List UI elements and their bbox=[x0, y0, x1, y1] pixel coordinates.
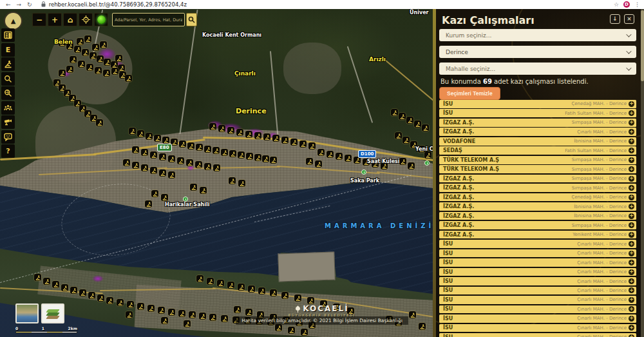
excavation-marker[interactable] bbox=[275, 324, 282, 331]
excavation-marker[interactable] bbox=[126, 311, 133, 318]
kurum-select[interactable]: Kurum seçiniz... bbox=[439, 29, 636, 41]
excavation-works-button[interactable] bbox=[1, 57, 15, 71]
excavation-marker[interactable] bbox=[209, 123, 216, 130]
excavation-marker[interactable] bbox=[161, 194, 168, 201]
excavation-marker[interactable] bbox=[77, 38, 84, 45]
excavation-marker[interactable] bbox=[213, 147, 220, 154]
zoom-out-button[interactable]: − bbox=[32, 13, 46, 26]
excavation-marker[interactable] bbox=[270, 314, 277, 321]
excavation-marker[interactable] bbox=[307, 297, 314, 304]
excavation-list-item[interactable]: İSU Çınarlı MAH. - Derince + bbox=[439, 333, 636, 337]
excavation-marker[interactable] bbox=[146, 133, 153, 140]
excavation-marker[interactable] bbox=[195, 161, 202, 168]
excavation-list-item[interactable]: İSU Çınarlı MAH. - Derince + bbox=[439, 268, 636, 276]
excavation-marker[interactable] bbox=[245, 309, 252, 316]
excavation-marker[interactable] bbox=[258, 287, 265, 294]
layers-thumbnail[interactable] bbox=[41, 303, 64, 323]
reload-icon[interactable]: ↻ bbox=[27, 0, 32, 9]
row-add-icon[interactable]: + bbox=[629, 287, 634, 293]
excavation-marker[interactable] bbox=[179, 140, 186, 148]
excavation-list-item[interactable]: İZGAZ A.Ş. Yenikent MAH. - Derince + bbox=[439, 231, 636, 239]
excavation-marker[interactable] bbox=[161, 317, 168, 324]
row-add-icon[interactable]: + bbox=[629, 195, 634, 200]
locate-button[interactable] bbox=[79, 13, 93, 26]
back-icon[interactable]: ← bbox=[6, 0, 11, 9]
excavation-marker[interactable] bbox=[200, 187, 207, 194]
browser-menu-icon[interactable]: ⋮ bbox=[634, 1, 640, 8]
row-add-icon[interactable]: + bbox=[629, 269, 634, 275]
excavation-marker[interactable] bbox=[196, 275, 204, 282]
excavation-marker[interactable] bbox=[111, 68, 118, 75]
excavation-marker[interactable] bbox=[147, 305, 155, 312]
excavation-marker[interactable] bbox=[245, 131, 252, 138]
clear-selections-button[interactable]: Seçimleri Temizle bbox=[439, 87, 500, 100]
excavation-marker[interactable] bbox=[127, 301, 134, 308]
toolbar-collapse-button[interactable]: ▲ bbox=[4, 12, 23, 30]
excavation-marker[interactable] bbox=[422, 124, 429, 131]
excavation-marker[interactable] bbox=[141, 164, 148, 171]
excavation-marker[interactable] bbox=[320, 300, 327, 307]
excavation-marker[interactable] bbox=[399, 158, 406, 165]
excavation-marker[interactable] bbox=[315, 160, 322, 168]
excavation-marker[interactable] bbox=[347, 307, 354, 314]
excavation-marker[interactable] bbox=[221, 149, 228, 156]
excavation-marker[interactable] bbox=[270, 289, 277, 296]
map[interactable]: BelenKocaeli Kent OrmanıÇınarlıArızlıDer… bbox=[0, 9, 433, 337]
excavation-marker[interactable] bbox=[125, 75, 132, 82]
row-add-icon[interactable]: + bbox=[629, 222, 634, 228]
excavation-marker[interactable] bbox=[132, 162, 139, 169]
excavation-marker[interactable] bbox=[150, 151, 157, 159]
excavation-marker[interactable] bbox=[52, 281, 59, 288]
excavation-marker[interactable] bbox=[204, 146, 211, 153]
excavation-marker[interactable] bbox=[227, 282, 234, 289]
excavation-list-item[interactable]: İSU Çınarlı MAH. - Derince + bbox=[439, 305, 636, 314]
row-add-icon[interactable]: + bbox=[629, 185, 634, 191]
excavation-marker[interactable] bbox=[256, 318, 263, 325]
excavation-marker[interactable] bbox=[207, 278, 214, 285]
gps-status-button[interactable] bbox=[94, 13, 108, 26]
excavation-marker[interactable] bbox=[88, 292, 95, 299]
excavation-marker[interactable] bbox=[299, 140, 307, 148]
excavation-marker[interactable] bbox=[187, 142, 194, 149]
excavation-marker[interactable] bbox=[204, 163, 211, 170]
excavation-marker[interactable] bbox=[168, 171, 175, 178]
row-add-icon[interactable]: + bbox=[629, 176, 634, 182]
help-button[interactable]: ? bbox=[1, 144, 15, 158]
excavation-marker[interactable] bbox=[97, 294, 104, 302]
excavation-list-item[interactable]: İZGAZ A.Ş. Sırrıpaşa MAH. - Derince + bbox=[439, 119, 636, 127]
excavation-marker[interactable] bbox=[90, 52, 97, 59]
excavation-marker[interactable] bbox=[283, 316, 290, 323]
excavation-list-item[interactable]: İZGAZ A.Ş. Sırrıpaşa MAH. - Derince + bbox=[439, 184, 636, 192]
excavation-marker[interactable] bbox=[246, 153, 253, 160]
excavation-list-item[interactable]: VODAFONE İbnisina MAH. - Derince + bbox=[439, 137, 636, 146]
excavation-marker[interactable] bbox=[217, 280, 224, 287]
advanced-search-button[interactable] bbox=[1, 86, 15, 100]
home-button[interactable]: ⌂ bbox=[63, 13, 77, 26]
excavation-marker[interactable] bbox=[199, 313, 206, 320]
excavation-marker[interactable] bbox=[386, 316, 393, 323]
zoom-in-button[interactable]: + bbox=[48, 13, 62, 26]
scrollbar-thumb[interactable] bbox=[641, 10, 644, 81]
excavation-marker[interactable] bbox=[262, 155, 269, 162]
row-add-icon[interactable]: + bbox=[629, 166, 634, 172]
excavation-marker[interactable] bbox=[406, 117, 413, 124]
profile-avatar[interactable]: D bbox=[623, 1, 630, 8]
row-add-icon[interactable]: + bbox=[629, 278, 634, 284]
excavation-marker[interactable] bbox=[301, 329, 308, 336]
excavation-marker[interactable] bbox=[236, 129, 243, 136]
row-add-icon[interactable]: + bbox=[629, 306, 634, 312]
excavation-marker[interactable] bbox=[296, 319, 303, 326]
row-add-icon[interactable]: + bbox=[629, 241, 634, 247]
excavation-list-item[interactable]: İSU Çınarlı MAH. - Derince + bbox=[439, 324, 636, 332]
excavation-marker[interactable] bbox=[189, 311, 196, 318]
excavation-marker[interactable] bbox=[317, 149, 325, 156]
row-add-icon[interactable]: + bbox=[629, 232, 634, 238]
excavation-marker[interactable] bbox=[115, 55, 122, 62]
excavation-marker[interactable] bbox=[117, 299, 124, 306]
e-devlet-button[interactable]: E bbox=[1, 43, 15, 57]
row-add-icon[interactable]: + bbox=[629, 148, 634, 153]
row-add-icon[interactable]: + bbox=[629, 251, 634, 256]
excavation-list-item[interactable]: İSU Fatih Sultan MAH. - Derince + bbox=[439, 109, 636, 117]
excavation-list-item[interactable]: İSU Çınarlı MAH. - Derince + bbox=[439, 258, 636, 267]
excavation-marker[interactable] bbox=[70, 56, 77, 63]
